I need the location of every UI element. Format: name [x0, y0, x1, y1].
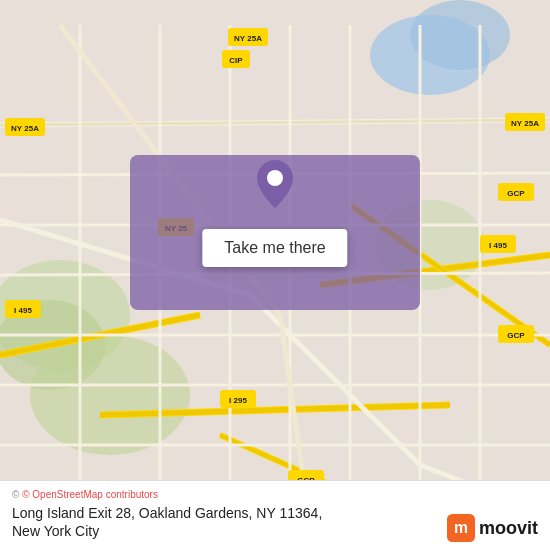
address-line2: New York City — [12, 523, 99, 539]
svg-text:GCP: GCP — [507, 189, 525, 198]
svg-point-5 — [30, 335, 190, 455]
svg-text:NY 25A: NY 25A — [511, 119, 539, 128]
map-pin — [257, 160, 293, 212]
map-container: NY 25A NY 25A NY 25A CIP I 495 I 495 I 2… — [0, 0, 550, 550]
attribution: © © OpenStreetMap contributors — [12, 489, 538, 500]
moovit-text: moovit — [479, 518, 538, 539]
svg-text:GCP: GCP — [507, 331, 525, 340]
svg-point-65 — [267, 170, 283, 186]
moovit-logo: m moovit — [447, 514, 538, 542]
svg-text:I 495: I 495 — [14, 306, 32, 315]
svg-text:CIP: CIP — [229, 56, 243, 65]
moovit-icon: m — [447, 514, 475, 542]
svg-text:I 295: I 295 — [229, 396, 247, 405]
svg-point-4 — [410, 0, 510, 70]
svg-text:I 495: I 495 — [489, 241, 507, 250]
bottom-bar: © © OpenStreetMap contributors Long Isla… — [0, 480, 550, 550]
svg-text:m: m — [454, 519, 468, 536]
map-background: NY 25A NY 25A NY 25A CIP I 495 I 495 I 2… — [0, 0, 550, 550]
address-line1: Long Island Exit 28, Oakland Gardens, NY… — [12, 505, 322, 521]
svg-text:NY 25A: NY 25A — [234, 34, 262, 43]
svg-text:NY 25A: NY 25A — [11, 124, 39, 133]
copyright-symbol: © — [12, 489, 22, 500]
osm-link[interactable]: © OpenStreetMap contributors — [22, 489, 158, 500]
take-me-there-button[interactable]: Take me there — [202, 229, 347, 267]
